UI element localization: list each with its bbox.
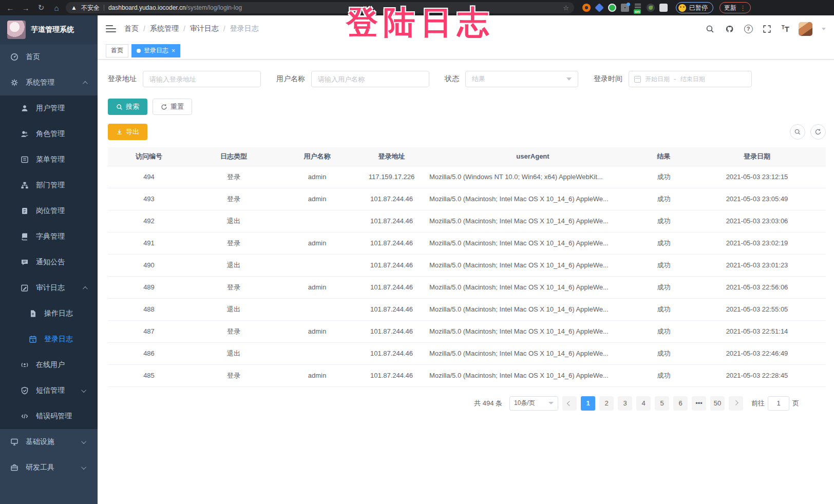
sidebar-item-system[interactable]: 系统管理 bbox=[0, 70, 98, 95]
page-button-4[interactable]: 4 bbox=[636, 396, 651, 411]
breadcrumb-item[interactable]: 系统管理 bbox=[150, 24, 179, 33]
sidebar-item-login-log[interactable]: 登录日志 bbox=[0, 326, 98, 352]
cell-user-agent: Mozilla/5.0 (Macintosh; Intel Mac OS X 1… bbox=[426, 276, 639, 298]
prev-page-button[interactable] bbox=[562, 396, 577, 411]
extension-blue-icon[interactable] bbox=[595, 3, 604, 12]
username-input[interactable] bbox=[311, 71, 429, 87]
page-button-2[interactable]: 2 bbox=[599, 396, 614, 411]
login-address-input[interactable] bbox=[143, 71, 261, 87]
login-time-range-picker[interactable]: 开始日期 - 结束日期 bbox=[629, 71, 752, 87]
extension-grid-icon[interactable] bbox=[621, 4, 629, 12]
update-button[interactable]: 更新 ⋮ bbox=[719, 2, 751, 13]
cell-user-agent: Mozilla/5.0 (Macintosh; Intel Mac OS X 1… bbox=[426, 364, 639, 386]
cell-user-agent: Mozilla/5.0 (Macintosh; Intel Mac OS X 1… bbox=[426, 232, 639, 254]
status-select[interactable]: 结果 bbox=[465, 71, 578, 87]
sidebar-item-operation-log[interactable]: 操作日志 bbox=[0, 301, 98, 326]
sidebar-item-label: 在线用户 bbox=[36, 360, 65, 370]
page-button-3[interactable]: 3 bbox=[618, 396, 632, 411]
home-icon[interactable]: ⌂ bbox=[50, 2, 63, 13]
sidebar-item-label: 字典管理 bbox=[36, 232, 65, 241]
forward-icon[interactable]: → bbox=[20, 2, 32, 13]
cell-log-type: 登录 bbox=[190, 364, 277, 386]
active-dot bbox=[137, 49, 141, 53]
paused-badge[interactable]: 已暂停 bbox=[676, 2, 713, 13]
search-button[interactable]: 搜索 bbox=[108, 99, 147, 115]
breadcrumb-separator: / bbox=[223, 25, 225, 33]
extension-leaf-icon[interactable] bbox=[647, 4, 655, 12]
page-button-50[interactable]: 50 bbox=[710, 396, 725, 411]
chevron-down-icon bbox=[566, 77, 572, 81]
next-page-button[interactable] bbox=[729, 396, 743, 411]
bookmark-star-icon[interactable]: ☆ bbox=[563, 4, 569, 12]
sidebar-item-online-users[interactable]: 在线用户 bbox=[0, 352, 98, 378]
toggle-search-icon-button[interactable] bbox=[790, 124, 805, 140]
sidebar-item-dev-tools[interactable]: 研发工具 bbox=[0, 455, 98, 480]
document-icon bbox=[29, 309, 37, 318]
tags-view: 首页 登录日志 × bbox=[98, 42, 834, 60]
sidebar-item-infrastructure[interactable]: 基础设施 bbox=[0, 429, 98, 455]
tag-login-log[interactable]: 登录日志 × bbox=[131, 44, 180, 57]
cell-result: 成功 bbox=[639, 254, 688, 276]
sidebar-toggle-icon[interactable] bbox=[106, 25, 116, 32]
sidebar-item-posts[interactable]: 岗位管理 bbox=[0, 198, 98, 224]
sidebar-item-error-codes[interactable]: 错误码管理 bbox=[0, 403, 98, 429]
chevron-down-icon bbox=[81, 387, 86, 393]
cell-id: 493 bbox=[108, 188, 190, 210]
update-label: 更新 bbox=[724, 4, 736, 12]
page-button-6[interactable]: 6 bbox=[673, 396, 688, 411]
extension-orange-icon[interactable] bbox=[582, 4, 591, 12]
extension-green-icon[interactable] bbox=[608, 4, 616, 12]
sidebar-item-users[interactable]: 用户管理 bbox=[0, 95, 98, 121]
github-icon[interactable] bbox=[725, 24, 735, 34]
close-icon[interactable]: × bbox=[172, 48, 175, 54]
extensions-puzzle-icon[interactable] bbox=[659, 4, 668, 12]
sidebar: 芋道管理系统 首页 系统管理 用户管理 角色管理 菜单管理 部门管理 岗位管理 bbox=[0, 15, 98, 504]
user-avatar[interactable] bbox=[799, 22, 812, 36]
pagination: 共 494 条 10条/页 1 2 3 4 5 6 ••• 50 前往 页 bbox=[108, 396, 826, 411]
cell-id: 492 bbox=[108, 210, 190, 232]
cell-id: 489 bbox=[108, 276, 190, 298]
app-logo-row[interactable]: 芋道管理系统 bbox=[0, 15, 98, 44]
more-pages-button[interactable]: ••• bbox=[692, 396, 706, 411]
cell-result: 成功 bbox=[639, 364, 688, 386]
breadcrumb-item[interactable]: 首页 bbox=[124, 24, 139, 33]
main-content: 登录地址 用户名称 状态 结果 登录时间 开始日期 - 结束日期 bbox=[98, 60, 834, 504]
search-icon[interactable] bbox=[705, 24, 715, 34]
reset-button[interactable]: 重置 bbox=[153, 99, 192, 115]
breadcrumb-separator: / bbox=[183, 25, 185, 33]
sidebar-item-audit-log[interactable]: 审计日志 bbox=[0, 275, 98, 301]
sidebar-item-sms[interactable]: 短信管理 bbox=[0, 378, 98, 403]
sidebar-item-home[interactable]: 首页 bbox=[0, 44, 98, 70]
column-header-username: 用户名称 bbox=[277, 147, 357, 166]
sidebar-item-menus[interactable]: 菜单管理 bbox=[0, 147, 98, 172]
export-button[interactable]: 导出 bbox=[108, 124, 147, 140]
cell-log-type: 退出 bbox=[190, 342, 277, 364]
help-icon[interactable]: ? bbox=[744, 25, 753, 33]
page-size-select[interactable]: 10条/页 bbox=[509, 396, 558, 411]
url-bar[interactable]: ▲ 不安全 dashboard.yudao.iocoder.cn/system/… bbox=[66, 2, 574, 13]
page-button-1[interactable]: 1 bbox=[581, 396, 595, 411]
reload-icon[interactable]: ↻ bbox=[35, 2, 47, 13]
cell-username: admin bbox=[277, 364, 357, 386]
sidebar-item-dictionary[interactable]: 字典管理 bbox=[0, 224, 98, 249]
refresh-icon-button[interactable] bbox=[810, 124, 826, 140]
chevron-right-icon bbox=[733, 400, 738, 405]
users-icon bbox=[21, 130, 29, 138]
avatar-caret-down-icon[interactable] bbox=[822, 28, 826, 30]
online-signal-icon bbox=[21, 361, 29, 369]
goto-page-input[interactable] bbox=[768, 396, 789, 411]
kebab-menu-icon[interactable]: ⋮ bbox=[740, 4, 746, 12]
sidebar-item-roles[interactable]: 角色管理 bbox=[0, 121, 98, 147]
user-icon bbox=[21, 104, 29, 112]
tag-home[interactable]: 首页 bbox=[106, 44, 128, 57]
extension-tampermonkey-icon[interactable]: on bbox=[634, 4, 642, 12]
extensions-row: on bbox=[582, 4, 668, 12]
font-size-icon[interactable]: TT bbox=[782, 25, 789, 33]
breadcrumb-item[interactable]: 审计日志 bbox=[190, 24, 219, 33]
page-button-5[interactable]: 5 bbox=[655, 396, 669, 411]
back-icon[interactable]: ← bbox=[4, 2, 16, 13]
fullscreen-icon[interactable] bbox=[762, 24, 772, 34]
sidebar-item-notices[interactable]: 通知公告 bbox=[0, 249, 98, 275]
cell-login-date: 2021-05-03 23:02:19 bbox=[688, 232, 826, 254]
sidebar-item-departments[interactable]: 部门管理 bbox=[0, 172, 98, 198]
